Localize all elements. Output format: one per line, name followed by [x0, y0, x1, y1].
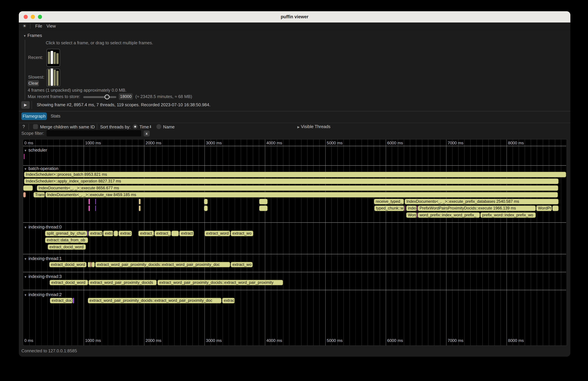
- scope-bar[interactable]: extract_word_pair_proximity_docids: [88, 280, 157, 285]
- scope-bar[interactable]: IndexScheduler>::process_batch 8953.821 …: [24, 172, 566, 177]
- scope-filter-input[interactable]: [46, 130, 141, 136]
- thread-header-indexing-thread:2[interactable]: ▼indexing-thread:2: [24, 292, 62, 297]
- scope-bar[interactable]: typed_chunk::w: [374, 205, 404, 211]
- menu-file[interactable]: File: [35, 24, 42, 28]
- thread-header-batch-operation[interactable]: ▼batch-operation: [24, 166, 58, 171]
- merge-children-label[interactable]: Merge children with same ID: [40, 125, 95, 129]
- tab-stats[interactable]: Stats: [51, 114, 61, 119]
- sort-name-label[interactable]: Name: [163, 125, 175, 129]
- scope-bar[interactable]: index: [406, 205, 417, 211]
- frame-bar[interactable]: [56, 53, 59, 64]
- sort-time-radio[interactable]: [133, 124, 138, 129]
- sort-time-label[interactable]: Time: [139, 125, 149, 129]
- scope-bar[interactable]: [204, 199, 208, 204]
- frame-bar[interactable]: [48, 52, 50, 64]
- frames-section-header[interactable]: ▼ Frames: [23, 33, 42, 38]
- scope-bar[interactable]: Trans: [33, 192, 45, 198]
- scope-bar[interactable]: IndexDocuments<_, _>::execute_prefix_dat…: [405, 199, 559, 204]
- scope-bar[interactable]: extract_: [138, 231, 154, 236]
- scope-bar[interactable]: word_prefix::index_word_prefix_: [418, 212, 480, 218]
- scope-bar[interactable]: [23, 192, 26, 198]
- menu-view[interactable]: View: [46, 24, 56, 28]
- scope-bar[interactable]: WordPr: [536, 205, 552, 211]
- play-button[interactable]: ▶: [21, 101, 30, 109]
- scope-bar[interactable]: [88, 199, 90, 204]
- scope-bar[interactable]: split_grenad_by_chun: [45, 231, 87, 236]
- scope-bar[interactable]: extract_wo: [231, 262, 253, 268]
- scope-bar[interactable]: extract_docid_word: [49, 280, 88, 285]
- scope-bar[interactable]: IndexDocuments<_, _>::execute_raw 8459.1…: [45, 192, 558, 198]
- tab-flamegraph[interactable]: Flamegraph: [21, 112, 47, 120]
- scope-bar[interactable]: [24, 154, 25, 159]
- max-frames-value[interactable]: 18000: [119, 93, 133, 100]
- scope-filter-clear-button[interactable]: x: [144, 130, 150, 137]
- scope-bar[interactable]: extract: [88, 231, 103, 236]
- scope-bar[interactable]: [405, 205, 405, 211]
- scope-bar[interactable]: IndexScheduler>::apply_index_operation 8…: [24, 178, 559, 184]
- scope-bar[interactable]: [88, 262, 90, 268]
- scope-bar[interactable]: IndexDocuments<_, _>::execute 8656.677 m…: [37, 185, 558, 191]
- slider-handle[interactable]: [105, 94, 109, 99]
- thread-header-scheduler[interactable]: ▼scheduler: [24, 148, 47, 152]
- visible-threads-header[interactable]: ▶ Visible Threads: [297, 124, 330, 129]
- scope-bar[interactable]: [417, 205, 417, 211]
- scope-bar[interactable]: [88, 205, 90, 211]
- scope-bar[interactable]: PrefixWordPairsProximityDocids::execute …: [418, 205, 536, 211]
- frame-bar[interactable]: [48, 69, 50, 86]
- max-frames-slider[interactable]: [83, 94, 116, 100]
- frame-bar[interactable]: [51, 51, 53, 64]
- scope-bar[interactable]: extract_word_pair_proximity_docids::extr…: [88, 298, 222, 303]
- thread-header-indexing-thread:0[interactable]: ▼indexing-thread:0: [24, 225, 62, 230]
- scope-bar[interactable]: Word: [406, 212, 417, 218]
- scope-bar[interactable]: [114, 231, 118, 236]
- scope-bar[interactable]: extract_: [154, 231, 171, 236]
- divider: [28, 124, 29, 130]
- title-bar[interactable]: puffin viewer: [19, 11, 570, 22]
- scope-bar[interactable]: [139, 205, 141, 211]
- scope-bar[interactable]: prefix_word::index_prefix_wo: [480, 212, 536, 218]
- slowest-frames-thumbnail[interactable]: [46, 69, 60, 87]
- scope-bar[interactable]: [171, 231, 179, 236]
- scope-bar[interactable]: [204, 205, 208, 211]
- scope-bar[interactable]: [139, 199, 141, 204]
- scope-bar[interactable]: extract_docid_word: [48, 244, 86, 250]
- scope-bar[interactable]: [23, 185, 33, 191]
- scope-bar[interactable]: [417, 212, 417, 218]
- scope-bar[interactable]: extra: [103, 231, 113, 236]
- scope-bar[interactable]: [90, 262, 91, 268]
- frame-bar[interactable]: [54, 70, 56, 86]
- sort-direction-icon[interactable]: ⬇: [149, 125, 152, 129]
- scope-bar[interactable]: extract: [179, 231, 194, 236]
- scope-bar[interactable]: extract_word_pair_proximity_docids::extr…: [157, 280, 283, 285]
- scope-bar[interactable]: extract_word_pair_proximity_docids::extr…: [95, 262, 230, 268]
- scope-bar[interactable]: [91, 262, 95, 268]
- scope-bar[interactable]: extrac: [119, 231, 132, 236]
- scope-bar[interactable]: [552, 205, 559, 211]
- sort-name-radio[interactable]: [156, 124, 161, 129]
- scope-bar[interactable]: extract_word: [204, 231, 230, 236]
- theme-toggle-icon[interactable]: ☀: [22, 23, 26, 29]
- recent-frames-thumbnail[interactable]: [46, 49, 60, 67]
- merge-children-checkbox[interactable]: [33, 124, 38, 129]
- flamegraph-panel[interactable]: 0 ms0 ms1000 ms1000 ms2000 ms2000 ms3000…: [23, 139, 568, 346]
- scope-bar[interactable]: [259, 205, 268, 211]
- scope-bar[interactable]: [73, 298, 74, 303]
- thread-header-indexing-thread:3[interactable]: ▼indexing-thread:3: [24, 274, 62, 279]
- scope-bar[interactable]: extract_wo: [231, 231, 253, 236]
- scope-bar[interactable]: [95, 205, 96, 211]
- scope-bar[interactable]: [95, 199, 96, 204]
- frame-bar[interactable]: [51, 68, 53, 86]
- scope-bar[interactable]: receive_typed_: [374, 199, 404, 204]
- scope-bar[interactable]: [87, 231, 88, 236]
- frame-bar[interactable]: [56, 71, 59, 86]
- help-button[interactable]: ?: [22, 124, 25, 129]
- scope-bar[interactable]: extract_docid_word: [49, 262, 86, 268]
- slider-track[interactable]: [83, 96, 116, 98]
- frame-bar[interactable]: [54, 52, 56, 64]
- thread-header-indexing-thread:1[interactable]: ▼indexing-thread:1: [24, 256, 62, 261]
- scope-bar[interactable]: [259, 199, 268, 204]
- scope-bar[interactable]: extract::data_from_ob: [45, 237, 88, 243]
- scope-bar[interactable]: extract_doc: [50, 298, 73, 303]
- scope-bar[interactable]: extrac: [222, 298, 235, 303]
- clear-button[interactable]: Clear: [28, 80, 39, 86]
